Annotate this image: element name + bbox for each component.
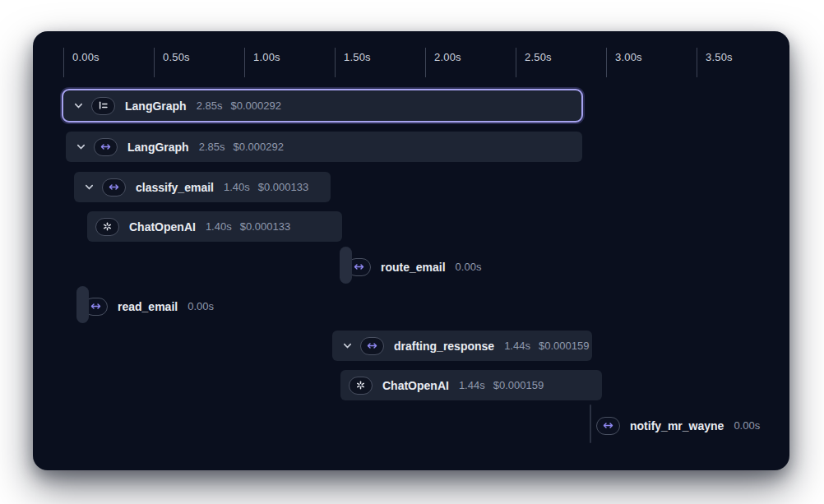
span-row-langgraph[interactable]: LangGraph2.85s$0.000292 bbox=[66, 132, 582, 162]
openai-logo-icon bbox=[349, 377, 373, 395]
timeline-tick-label: 1.00s bbox=[253, 51, 280, 63]
span-label: notify_mr_wayne bbox=[630, 419, 724, 432]
arrows-horizontal-icon bbox=[596, 417, 620, 435]
span-cost: $0.000292 bbox=[233, 141, 283, 153]
tree-structure-icon bbox=[91, 97, 115, 115]
span-cost: $0.000133 bbox=[258, 181, 308, 193]
span-duration: 2.85s bbox=[199, 141, 225, 153]
trace-waterfall-screen: 0.00s0.50s1.00s1.50s2.00s2.50s3.00s3.50s… bbox=[0, 0, 824, 504]
span-duration: 0.00s bbox=[734, 419, 760, 432]
timeline-tick-line bbox=[516, 48, 516, 77]
timeline-tick-label: 3.00s bbox=[615, 51, 642, 63]
chevron-down-icon[interactable] bbox=[82, 181, 95, 194]
zero-span-bar bbox=[76, 286, 89, 323]
span-row-chatopenai[interactable]: ChatOpenAI1.44s$0.000159 bbox=[340, 370, 602, 400]
zero-span-marker: route_email0.00s bbox=[340, 250, 481, 284]
timeline-tick-line bbox=[154, 48, 155, 77]
span-duration: 2.85s bbox=[197, 99, 223, 112]
chevron-down-icon[interactable] bbox=[340, 340, 354, 353]
span-label: ChatOpenAI bbox=[382, 379, 449, 392]
span-row-drafting-response[interactable]: drafting_response1.44s$0.000159 bbox=[332, 331, 592, 361]
timeline-tick-label: 2.00s bbox=[434, 51, 461, 63]
zero-span-bar bbox=[340, 247, 352, 284]
span-label: classify_email bbox=[136, 181, 214, 194]
timeline-tick-label: 0.50s bbox=[163, 51, 190, 63]
span-label: ChatOpenAI bbox=[129, 220, 196, 234]
span-duration: 1.40s bbox=[206, 220, 232, 233]
chevron-down-icon[interactable] bbox=[74, 141, 87, 154]
zero-span-marker: notify_mr_wayne0.00s bbox=[590, 409, 760, 443]
timeline-tick-label: 1.50s bbox=[344, 51, 371, 63]
timeline-tick-line bbox=[335, 48, 336, 77]
timeline-tick-line bbox=[425, 48, 426, 77]
span-row-chatopenai[interactable]: ChatOpenAI1.40s$0.000133 bbox=[87, 211, 342, 242]
timeline-tick-line bbox=[697, 48, 697, 77]
arrows-horizontal-icon bbox=[102, 178, 126, 197]
span-duration: 1.40s bbox=[224, 181, 250, 193]
span-cost: $0.000133 bbox=[240, 220, 290, 233]
arrows-horizontal-icon bbox=[360, 337, 384, 355]
openai-logo-icon bbox=[95, 218, 119, 236]
span-duration: 1.44s bbox=[459, 379, 485, 391]
span-row-notify-mr-wayne[interactable]: notify_mr_wayne0.00s bbox=[590, 410, 760, 441]
zero-span-bar bbox=[590, 405, 591, 443]
span-row-route-email[interactable]: route_email0.00s bbox=[340, 252, 481, 282]
span-row-read-email[interactable]: read_email0.00s bbox=[76, 291, 214, 321]
span-cost: $0.000292 bbox=[230, 99, 280, 112]
span-label: read_email bbox=[118, 300, 178, 313]
chevron-down-icon[interactable] bbox=[72, 99, 85, 113]
timeline-tick-line bbox=[606, 48, 607, 77]
span-cost: $0.000159 bbox=[493, 379, 544, 391]
span-duration: 0.00s bbox=[456, 261, 482, 273]
timeline-tick-label: 3.50s bbox=[706, 51, 733, 63]
zero-span-marker: read_email0.00s bbox=[76, 289, 214, 323]
span-row-langgraph[interactable]: LangGraph2.85s$0.000292 bbox=[62, 89, 583, 123]
span-duration: 0.00s bbox=[187, 300, 214, 312]
span-label: LangGraph bbox=[125, 99, 187, 113]
timeline-tick-line bbox=[244, 48, 245, 77]
span-duration: 1.44s bbox=[504, 340, 530, 352]
timeline-tick-label: 0.00s bbox=[72, 51, 100, 63]
span-label: route_email bbox=[381, 261, 446, 274]
arrows-horizontal-icon bbox=[94, 138, 118, 156]
span-label: drafting_response bbox=[394, 340, 494, 353]
span-cost: $0.000159 bbox=[539, 340, 589, 352]
span-label: LangGraph bbox=[127, 141, 189, 154]
trace-waterfall-panel: 0.00s0.50s1.00s1.50s2.00s2.50s3.00s3.50s… bbox=[33, 31, 789, 470]
timeline-tick-label: 2.50s bbox=[525, 51, 552, 63]
timeline-tick-line bbox=[63, 48, 64, 77]
span-row-classify-email[interactable]: classify_email1.40s$0.000133 bbox=[74, 172, 331, 202]
